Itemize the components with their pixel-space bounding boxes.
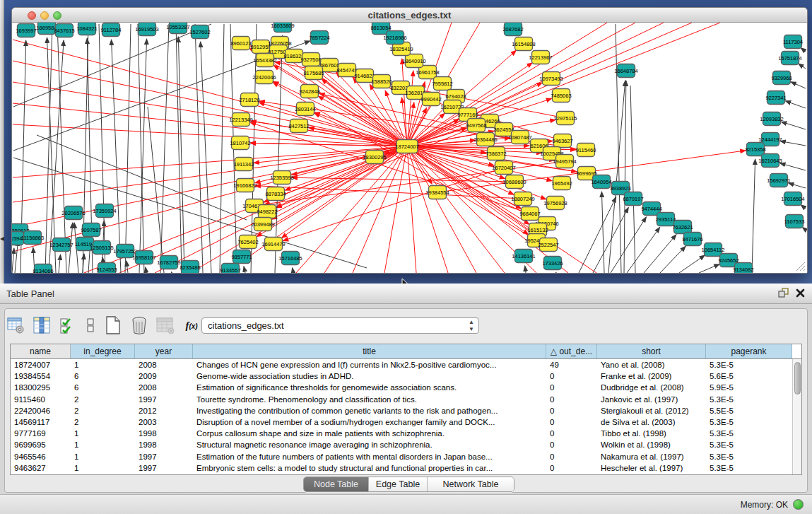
table-cell[interactable]: 9777169 xyxy=(11,429,71,438)
graph-node[interactable]: 2803144 xyxy=(295,103,315,116)
column-header-name[interactable]: name xyxy=(11,344,71,358)
table-row[interactable]: 946554611997Estimation of the future num… xyxy=(11,451,801,462)
graph-node[interactable]: 6879197 xyxy=(623,192,643,206)
graph-node[interactable]: 15716485 xyxy=(278,252,302,265)
graph-node[interactable]: 17359924 xyxy=(93,204,116,218)
table-cell[interactable]: Jankovic et al. (1997) xyxy=(597,395,706,404)
table-cell[interactable]: 1998 xyxy=(135,429,193,438)
graph-node[interactable]: 12975115 xyxy=(554,112,577,125)
table-cell[interactable]: 2003 xyxy=(135,418,193,426)
graph-node[interactable]: 9463627 xyxy=(552,134,572,148)
table-cell[interactable]: 2 xyxy=(71,407,135,415)
table-cell[interactable]: Estimation of the future numbers of pati… xyxy=(193,452,546,461)
table-cell[interactable]: 6 xyxy=(71,372,135,380)
table-cell[interactable]: 2008 xyxy=(135,361,193,369)
graph-node[interactable]: 1588520 xyxy=(371,75,392,88)
graph-node[interactable]: 2522547 xyxy=(538,238,558,252)
table-row[interactable]: 969969511998Structural magnetic resonanc… xyxy=(11,439,801,450)
graph-node[interactable]: 9857771 xyxy=(231,250,252,264)
table-cell[interactable]: 5.3E-5 xyxy=(706,440,792,449)
table-cell[interactable]: 9115460 xyxy=(11,395,71,404)
graph-node[interactable]: 1810742 xyxy=(230,136,250,150)
table-cell[interactable]: Corpus callosum shape and size in male p… xyxy=(193,429,546,438)
graph-node[interactable]: 19166822 xyxy=(233,179,257,192)
table-cell[interactable]: Tibbo et al. (1998) xyxy=(597,429,706,438)
table-row[interactable]: 1456911722003Disruption of a novel membe… xyxy=(11,416,801,428)
table-row[interactable]: 2242004622012Investigating the contribut… xyxy=(11,405,801,416)
graph-node[interactable]: 18640910 xyxy=(402,54,425,68)
graph-node[interactable]: 7955812 xyxy=(432,77,452,90)
table-settings-icon[interactable] xyxy=(6,315,25,335)
network-canvas-wrap[interactable]: 1872400789601238912955182260589127508165… xyxy=(12,23,807,273)
graph-node[interactable]: 12353598 xyxy=(270,171,293,185)
table-cell[interactable]: 2009 xyxy=(135,372,193,380)
graph-node[interactable]: 8437615 xyxy=(54,24,74,37)
graph-node[interactable]: 16914479 xyxy=(261,238,285,251)
graph-node[interactable]: 1084321 xyxy=(76,23,97,35)
graph-node[interactable]: 19495794 xyxy=(553,155,576,168)
function-icon[interactable]: f(x) xyxy=(182,315,201,335)
table-row[interactable]: 1938455462009Genome-wide association stu… xyxy=(11,370,801,382)
graph-node[interactable]: 1693997 xyxy=(16,24,36,37)
graph-node[interactable]: 8175685 xyxy=(303,66,324,80)
table-cell[interactable]: 0 xyxy=(546,440,597,449)
graph-node[interactable]: 17016504 xyxy=(781,192,804,206)
float-panel-icon[interactable] xyxy=(778,288,789,298)
graph-node[interactable]: 9684067 xyxy=(519,207,540,221)
table-cell[interactable]: 2008 xyxy=(135,383,193,392)
table-row[interactable]: 1830029562008Estimation of significance … xyxy=(11,382,801,393)
node-table[interactable]: namein_degreeyeartitle△ out_de...shortpa… xyxy=(10,344,802,475)
graph-node[interactable]: 11156863 xyxy=(21,231,44,245)
table-cell[interactable]: Tourette syndrome. Phenomenology and cla… xyxy=(193,395,546,404)
table-cell[interactable]: 5.3E-5 xyxy=(706,418,792,426)
table-cell[interactable]: 1997 xyxy=(135,452,193,461)
graph-node[interactable]: 9329968 xyxy=(771,71,792,85)
table-type-tabs[interactable]: Node TableEdge TableNetwork Table xyxy=(303,477,514,492)
table-cell[interactable]: 5.3E-5 xyxy=(706,464,792,472)
graph-node[interactable]: 8134066 xyxy=(33,264,53,274)
graph-node[interactable]: 7625402 xyxy=(237,235,258,249)
graph-node[interactable]: 7485063 xyxy=(551,89,571,103)
graph-node[interactable]: 8960123 xyxy=(230,37,251,50)
graph-node[interactable]: 10688609 xyxy=(502,175,526,189)
graph-node[interactable]: 1527602 xyxy=(189,25,210,39)
table-cell[interactable]: 1 xyxy=(71,452,135,461)
table-cell[interactable]: 18300295 xyxy=(11,383,71,392)
rows-icon[interactable] xyxy=(84,315,97,335)
graph-node[interactable]: 7857224 xyxy=(309,31,329,45)
graph-node[interactable]: 9112784 xyxy=(101,23,122,37)
graph-node[interactable]: 19218986 xyxy=(383,31,406,45)
table-cell[interactable]: 0 xyxy=(546,407,597,415)
graph-node[interactable]: 1911342 xyxy=(234,158,254,171)
table-scrollbar[interactable] xyxy=(792,359,801,474)
graph-node[interactable]: 18300295 xyxy=(363,151,386,164)
graph-node[interactable]: 20206576 xyxy=(61,206,85,220)
graph-node[interactable]: 9124553 xyxy=(96,263,117,274)
graph-node[interactable]: 19384554 xyxy=(425,186,449,199)
table-cell[interactable]: 1997 xyxy=(135,395,193,404)
graph-node[interactable]: 16782759 xyxy=(157,256,180,269)
table-cell[interactable]: 1 xyxy=(71,464,135,472)
graph-node[interactable]: 10807487 xyxy=(508,131,531,144)
table-cell[interactable]: 9463627 xyxy=(11,464,71,472)
table-cell[interactable]: 1998 xyxy=(135,440,193,449)
table-cell[interactable]: 5.3E-5 xyxy=(706,452,792,461)
close-panel-icon[interactable] xyxy=(796,288,805,298)
new-document-icon[interactable] xyxy=(103,315,123,335)
tab-edge-table[interactable]: Edge Table xyxy=(369,477,428,491)
graph-node[interactable]: 8235486 xyxy=(180,261,200,274)
table-cell[interactable]: 14569117 xyxy=(11,418,71,426)
table-cell[interactable]: Investigating the contribution of common… xyxy=(193,407,546,415)
table-cell[interactable]: 5.3E-5 xyxy=(706,395,792,404)
graph-node[interactable]: 9134557 xyxy=(220,264,240,274)
network-canvas[interactable]: 1872400789601238912955182260589127508165… xyxy=(12,23,807,273)
graph-node[interactable]: 15692971 xyxy=(767,174,790,187)
table-cell[interactable]: 5.3E-5 xyxy=(706,429,792,438)
table-cell[interactable]: 1 xyxy=(71,361,135,369)
graph-node[interactable]: 8427512 xyxy=(288,119,309,133)
table-cell[interactable]: 1 xyxy=(71,440,135,449)
table-cell[interactable]: 6 xyxy=(71,383,135,392)
network-window-titlebar[interactable]: citations_edges.txt xyxy=(12,8,807,23)
hub-node[interactable]: 18724007 xyxy=(395,140,418,153)
table-cell[interactable]: 5.5E-5 xyxy=(706,407,792,415)
